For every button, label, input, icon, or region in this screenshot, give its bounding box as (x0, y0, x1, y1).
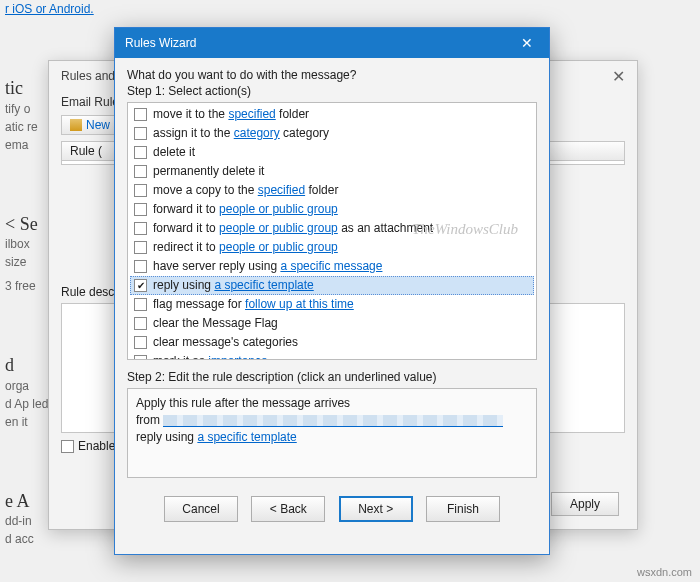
checkbox-icon[interactable] (134, 165, 147, 178)
dialog-title: Rules Wizard (125, 36, 196, 50)
checkbox-icon[interactable] (134, 108, 147, 121)
action-label: reply using a specific template (153, 277, 314, 294)
action-value-link[interactable]: category (234, 126, 280, 140)
wizard-button-row: Cancel < Back Next > Finish (127, 496, 537, 522)
checkbox-icon[interactable] (134, 317, 147, 330)
action-value-link[interactable]: specified (258, 183, 305, 197)
desc-line: reply using a specific template (136, 429, 528, 446)
action-label: clear message's categories (153, 334, 298, 351)
action-item[interactable]: permanently delete it (130, 162, 534, 181)
action-item[interactable]: redirect it to people or public group (130, 238, 534, 257)
action-label: move it to the specified folder (153, 106, 309, 123)
action-value-link[interactable]: a specific message (280, 259, 382, 273)
checkbox-icon (61, 440, 74, 453)
action-label: mark it as importance (153, 353, 268, 360)
next-button[interactable]: Next > (339, 496, 413, 522)
action-item[interactable]: flag message for follow up at this time (130, 295, 534, 314)
action-item[interactable]: delete it (130, 143, 534, 162)
action-label: redirect it to people or public group (153, 239, 338, 256)
action-item[interactable]: reply using a specific template (130, 276, 534, 295)
finish-button[interactable]: Finish (426, 496, 500, 522)
checkbox-icon[interactable] (134, 355, 147, 360)
action-label: assign it to the category category (153, 125, 329, 142)
action-item[interactable]: move it to the specified folder (130, 105, 534, 124)
actions-list[interactable]: move it to the specified folderassign it… (127, 102, 537, 360)
action-item[interactable]: have server reply using a specific messa… (130, 257, 534, 276)
checkbox-icon[interactable] (134, 279, 147, 292)
checkbox-icon[interactable] (134, 241, 147, 254)
rules-wizard-dialog: Rules Wizard ✕ What do you want to do wi… (114, 27, 550, 555)
action-label: delete it (153, 144, 195, 161)
bg-link[interactable]: r iOS or Android. (5, 2, 94, 16)
rule-description-box: Apply this rule after the message arrive… (127, 388, 537, 478)
action-item[interactable]: clear the Message Flag (130, 314, 534, 333)
checkbox-icon[interactable] (134, 203, 147, 216)
action-item[interactable]: clear message's categories (130, 333, 534, 352)
action-item[interactable]: assign it to the category category (130, 124, 534, 143)
action-label: clear the Message Flag (153, 315, 278, 332)
new-rule-icon (70, 119, 82, 131)
attribution: wsxdn.com (637, 566, 692, 578)
apply-button[interactable]: Apply (551, 492, 619, 516)
action-value-link[interactable]: follow up at this time (245, 297, 354, 311)
action-label: permanently delete it (153, 163, 264, 180)
titlebar: Rules Wizard ✕ (115, 28, 549, 58)
action-value-link[interactable]: people or public group (219, 240, 338, 254)
action-label: flag message for follow up at this time (153, 296, 354, 313)
action-value-link[interactable]: importance (208, 354, 267, 360)
action-value-link[interactable]: people or public group (219, 202, 338, 216)
template-value-link[interactable]: a specific template (197, 430, 296, 444)
checkbox-icon[interactable] (134, 184, 147, 197)
back-button[interactable]: < Back (251, 496, 325, 522)
action-value-link[interactable]: a specific template (214, 278, 313, 292)
checkbox-icon[interactable] (134, 336, 147, 349)
action-item[interactable]: forward it to people or public group (130, 200, 534, 219)
checkbox-icon[interactable] (134, 146, 147, 159)
action-label: forward it to people or public group (153, 201, 338, 218)
checkbox-icon[interactable] (134, 127, 147, 140)
action-label: forward it to people or public group as … (153, 220, 433, 237)
desc-line: Apply this rule after the message arrive… (136, 395, 528, 412)
close-icon[interactable]: ✕ (515, 32, 539, 54)
step2-label: Step 2: Edit the rule description (click… (127, 370, 537, 384)
close-icon[interactable]: ✕ (612, 69, 625, 85)
step1-label: Step 1: Select action(s) (127, 84, 537, 98)
cancel-button[interactable]: Cancel (164, 496, 238, 522)
action-item[interactable]: mark it as importance (130, 352, 534, 360)
checkbox-icon[interactable] (134, 260, 147, 273)
action-label: move a copy to the specified folder (153, 182, 338, 199)
action-value-link[interactable]: specified (228, 107, 275, 121)
action-value-link[interactable]: people or public group (219, 221, 338, 235)
checkbox-icon[interactable] (134, 222, 147, 235)
desc-line: from (136, 412, 528, 429)
checkbox-icon[interactable] (134, 298, 147, 311)
action-label: have server reply using a specific messa… (153, 258, 382, 275)
sender-value-link[interactable] (163, 415, 503, 427)
wizard-question: What do you want to do with the message? (127, 68, 537, 82)
action-item[interactable]: move a copy to the specified folder (130, 181, 534, 200)
action-item[interactable]: forward it to people or public group as … (130, 219, 534, 238)
